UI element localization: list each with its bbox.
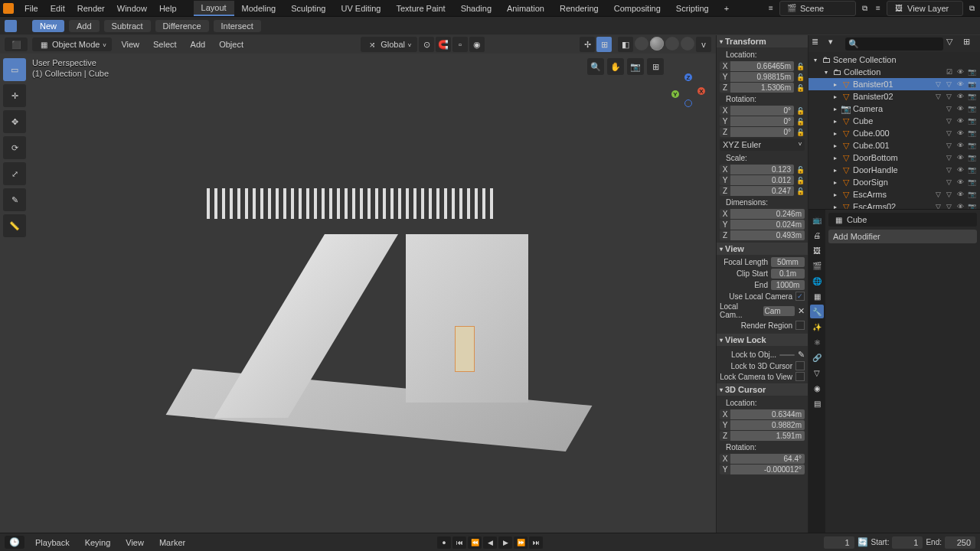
menu-edit[interactable]: Edit	[44, 4, 71, 13]
scale-y-value[interactable]: 0.012	[730, 175, 794, 185]
lock-camera-checkbox[interactable]	[795, 372, 805, 381]
rot-y-lock-icon[interactable]: 🔓	[795, 118, 805, 126]
snap-dropdown[interactable]: ▫	[452, 37, 468, 52]
proportional-edit-toggle[interactable]: ◉	[469, 37, 485, 52]
workspace-animation[interactable]: Animation	[499, 2, 552, 15]
hide-viewport-icon[interactable]: 👁	[957, 129, 966, 137]
tool-select-box[interactable]: ▭	[3, 58, 26, 81]
workspace-sculpting[interactable]: Sculpting	[283, 2, 333, 15]
lock-to-cursor-checkbox[interactable]	[795, 361, 805, 370]
viewport-pan-icon[interactable]: ✋	[607, 58, 624, 75]
viewlayer-field[interactable]: 🖼View Layer	[887, 1, 963, 16]
xray-toggle[interactable]: ◧	[618, 37, 633, 52]
loc-x-lock-icon[interactable]: 🔓	[795, 63, 805, 70]
shading-rendered-icon[interactable]	[681, 37, 694, 51]
rot-x-value[interactable]: 0°	[730, 106, 794, 116]
disclosure-icon[interactable]: ▸	[831, 130, 839, 137]
loc-z-value[interactable]: 1.5306m	[730, 83, 794, 93]
tab-data[interactable]: ▽	[810, 366, 824, 380]
focal-length-value[interactable]: 50mm	[771, 257, 805, 267]
timeline-keying-menu[interactable]: Keying	[80, 538, 116, 547]
cursor-loc-y[interactable]: 0.9882m	[730, 420, 805, 430]
outliner-filter-icon[interactable]: ▽	[946, 37, 960, 51]
render-region-checkbox[interactable]	[795, 321, 805, 330]
hide-render-icon[interactable]: 📷	[968, 93, 977, 100]
orientation-dropdown[interactable]: ⤨Global v	[361, 37, 417, 52]
snap-toggle[interactable]: 🧲	[436, 37, 451, 52]
clip-end-value[interactable]: 1000m	[771, 280, 805, 290]
outliner-item-doorhandle[interactable]: ▸▽DoorHandle▽👁📷	[808, 164, 980, 176]
tab-object[interactable]: ▦	[810, 289, 824, 303]
shading-wireframe-icon[interactable]	[635, 37, 648, 51]
workspace-compositing[interactable]: Compositing	[606, 2, 668, 15]
hide-render-icon[interactable]: 📷	[968, 178, 977, 186]
view-panel-header[interactable]: View	[717, 243, 808, 255]
hide-render-icon[interactable]: 📷	[968, 129, 977, 137]
local-camera-value[interactable]: Cam	[763, 306, 795, 316]
add-modifier-dropdown[interactable]: Add Modifier	[828, 230, 977, 243]
outliner-editor-type-icon[interactable]: ≣	[812, 37, 825, 51]
disclosure-icon[interactable]: ▾	[822, 69, 830, 76]
outliner-collection[interactable]: ▾ 🗀 Collection ☑👁📷	[808, 66, 980, 78]
scene-field[interactable]: 🎬Scene	[779, 1, 856, 16]
disclosure-icon[interactable]: ▸	[831, 142, 839, 149]
start-frame-field[interactable]: 1	[892, 536, 923, 549]
hide-render-icon[interactable]: 📷	[968, 203, 977, 209]
bool-subtract-button[interactable]: Subtract	[104, 20, 151, 32]
scene-new-icon[interactable]: ⧉	[859, 3, 870, 14]
menu-help[interactable]: Help	[153, 4, 183, 13]
cursor-tool-icon[interactable]	[5, 20, 17, 32]
outliner-item-banister02[interactable]: ▸▽Banister02▽▽👁📷	[808, 90, 980, 103]
hide-viewport-icon[interactable]: 👁	[957, 93, 966, 100]
outliner-item-escarms02[interactable]: ▸▽EscArms02▽▽👁📷	[808, 201, 980, 209]
viewport-zoom-icon[interactable]: 🔍	[587, 58, 604, 75]
hide-viewport-icon[interactable]: 👁	[957, 105, 966, 112]
play-icon[interactable]: ▶	[498, 536, 512, 549]
outliner-item-cube-001[interactable]: ▸▽Cube.001▽👁📷	[808, 139, 980, 152]
cursor-rot-x[interactable]: 64.4°	[730, 454, 805, 464]
tab-render[interactable]: 📺	[810, 213, 824, 227]
hide-viewport-icon[interactable]: 👁	[957, 203, 966, 209]
cursor-rot-y[interactable]: -0.000012°	[730, 465, 805, 474]
play-reverse-icon[interactable]: ◀	[483, 536, 497, 549]
tab-material[interactable]: ◉	[810, 381, 824, 395]
dim-z-value[interactable]: 0.493m	[730, 230, 805, 240]
properties-breadcrumb[interactable]: ▦Cube	[828, 213, 977, 227]
viewlayer-browse-icon[interactable]: ≡	[873, 3, 884, 14]
hide-viewport-icon[interactable]: 👁	[957, 154, 966, 161]
hide-render-icon[interactable]: 📷	[968, 166, 977, 174]
scale-x-lock-icon[interactable]: 🔓	[795, 166, 805, 174]
timeline-editor-type-icon[interactable]: 🕒	[5, 536, 24, 549]
shading-dropdown[interactable]: v	[696, 37, 711, 52]
rot-z-value[interactable]: 0°	[730, 127, 794, 137]
viewport-camera-icon[interactable]: 📷	[627, 58, 644, 75]
tab-constraints[interactable]: 🔗	[810, 350, 824, 364]
disclosure-icon[interactable]: ▸	[831, 167, 839, 174]
jump-end-icon[interactable]: ⏭	[529, 536, 543, 549]
bool-difference-button[interactable]: Difference	[155, 20, 209, 32]
exclude-toggle-icon[interactable]: ☑	[946, 68, 956, 76]
disclosure-icon[interactable]: ▸	[831, 191, 839, 198]
viewlayer-new-icon[interactable]: ⧉	[966, 3, 977, 14]
eyedropper-icon[interactable]: ✎	[798, 350, 805, 360]
hide-toggle-icon[interactable]: 👁	[957, 68, 966, 76]
outliner-scene-collection[interactable]: ▾ 🗀 Scene Collection	[808, 54, 980, 66]
hide-viewport-icon[interactable]: 👁	[957, 178, 966, 186]
disclosure-icon[interactable]: ▾	[812, 57, 819, 64]
scale-z-value[interactable]: 0.247	[730, 186, 794, 196]
loc-x-value[interactable]: 0.66465m	[730, 61, 794, 71]
timeline-marker-menu[interactable]: Marker	[155, 538, 190, 547]
menu-window[interactable]: Window	[111, 4, 153, 13]
hide-render-icon[interactable]: 📷	[968, 191, 977, 198]
rot-z-lock-icon[interactable]: 🔓	[795, 129, 805, 136]
outliner-item-doorbottom[interactable]: ▸▽DoorBottom▽👁📷	[808, 152, 980, 164]
outliner-new-collection-icon[interactable]: ⊞	[963, 37, 977, 51]
scale-x-value[interactable]: 0.123	[730, 165, 794, 174]
local-camera-clear-icon[interactable]: ✕	[798, 306, 805, 316]
autokey-toggle[interactable]: ●	[437, 536, 451, 549]
bool-add-button[interactable]: Add	[69, 20, 100, 32]
shading-matprev-icon[interactable]	[665, 37, 679, 51]
rot-y-value[interactable]: 0°	[730, 116, 794, 126]
workspace-scripting[interactable]: Scripting	[668, 2, 717, 15]
hide-viewport-icon[interactable]: 👁	[957, 80, 966, 88]
